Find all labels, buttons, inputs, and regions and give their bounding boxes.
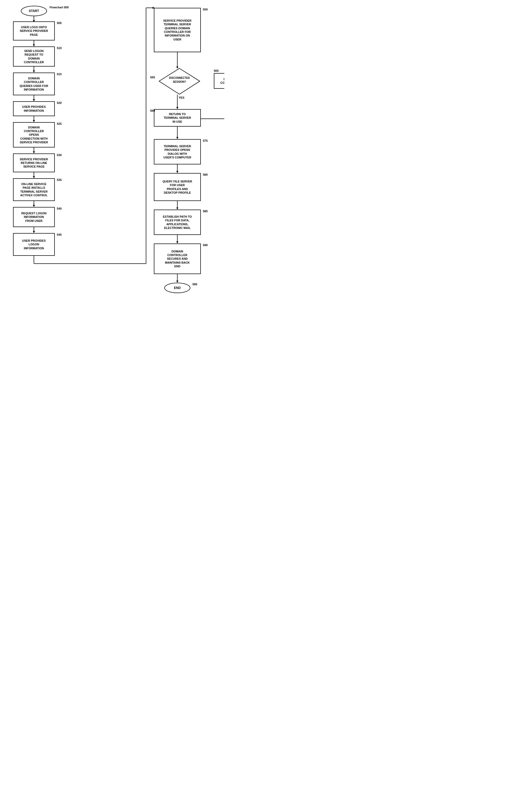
node-575: TERMINAL SERVER PROVIDES OPENS DIALOG WI… (154, 139, 201, 164)
svg-marker-37 (176, 207, 178, 209)
ref-500: Flowchart 500 (49, 6, 69, 9)
node-505: USER LOGS ONTO SERVICE PROVIDER PAGE (13, 22, 55, 40)
ref-560: 560 (150, 109, 155, 112)
svg-marker-5 (33, 71, 35, 73)
node-525: DOMAIN CONTROLLER OPENS CONNECTION WITH … (13, 122, 55, 148)
node-585: ESTABLISH PATH TO FILES FOR DATA, APPLIC… (154, 209, 201, 235)
svg-text:SESSION?: SESSION? (173, 80, 186, 83)
ref-580: 580 (203, 173, 208, 176)
node-565: LOGON CONTINUES (214, 73, 224, 89)
svg-marker-7 (33, 99, 35, 101)
ref-525: 525 (57, 122, 61, 125)
svg-marker-35 (176, 171, 178, 173)
ref-520: 520 (57, 101, 61, 105)
svg-marker-11 (33, 151, 35, 153)
node-550: SERVICE PROVIDER TERMINAL SERVER QUERIES… (154, 8, 201, 52)
ref-515: 515 (57, 73, 61, 76)
start-node: START (21, 6, 47, 16)
node-560: RETURN TO TERMINAL SERVER IN USE (154, 109, 201, 126)
yes-label: YES (179, 96, 184, 99)
svg-marker-3 (33, 44, 35, 46)
node-530: SERVICE PROVIDER RETURNS ON-LINE SERVICE… (13, 153, 55, 172)
svg-marker-9 (33, 120, 35, 122)
svg-marker-13 (33, 176, 35, 178)
flowchart-diagram: START Flowchart 500 USER LOGS ONTO SERVI… (0, 0, 224, 360)
svg-marker-28 (176, 107, 178, 109)
svg-marker-15 (33, 205, 35, 207)
node-520: USER PROVIDES INFORMATION (13, 101, 55, 116)
ref-585: 585 (203, 209, 208, 213)
node-515: DOMAIN CONTROLLER QUERIES USER FOR INFOR… (13, 73, 55, 95)
ref-540: 540 (57, 207, 61, 210)
svg-text:DISCONNECTED: DISCONNECTED (169, 76, 190, 79)
ref-535: 535 (57, 178, 61, 182)
node-535: ON-LINE SERVICE PAGE INSTALLS TERMINAL S… (13, 178, 55, 201)
svg-marker-39 (176, 241, 178, 243)
end-node: END (164, 283, 190, 293)
node-555: DISCONNECTED SESSION? (159, 68, 195, 94)
ref-545: 545 (57, 233, 61, 236)
node-590: DOMAIN CONTROLLER SECURES AND MAINTAINS … (154, 243, 201, 274)
svg-marker-41 (176, 280, 178, 283)
node-545: USER PROVIDES LOGON INFORMATION (13, 233, 55, 256)
ref-505: 505 (57, 22, 61, 25)
ref-530: 530 (57, 153, 61, 157)
ref-595: 595 (193, 283, 197, 286)
ref-555: 555 (150, 76, 155, 79)
node-580: QUERY FILE SERVER FOR USER PROFILES AND … (154, 173, 201, 201)
ref-550: 550 (203, 8, 208, 11)
node-540: REQUEST LOGON INFORMATION FROM USER (13, 207, 55, 227)
ref-575: 575 (203, 139, 208, 142)
svg-marker-17 (33, 231, 35, 233)
node-510: SEND LOGON REQUEST TO DOMAIN CONTROLLER (13, 46, 55, 67)
ref-565: 565 (214, 69, 218, 72)
ref-590: 590 (203, 243, 208, 247)
ref-510: 510 (57, 46, 61, 49)
svg-marker-30 (176, 137, 178, 139)
